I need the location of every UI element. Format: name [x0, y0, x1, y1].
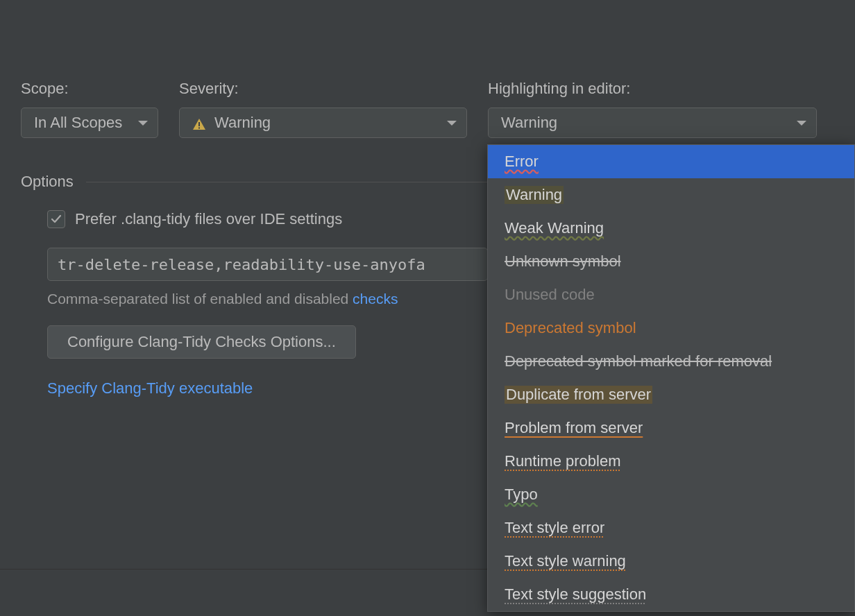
- highlighting-option-label: Text style error: [505, 519, 604, 537]
- highlighting-option-label: Deprecated symbol marked for removal: [505, 352, 772, 370]
- highlighting-option-label: Text style warning: [505, 552, 626, 570]
- configure-checks-label: Configure Clang-Tidy Checks Options...: [67, 333, 336, 351]
- severity-value: Warning: [214, 114, 271, 132]
- highlighting-option-label: Runtime problem: [505, 452, 621, 470]
- highlighting-option[interactable]: Text style suggestion: [488, 578, 854, 611]
- highlighting-option[interactable]: Warning: [488, 178, 854, 212]
- checks-input-value: tr-delete-release,readability-use-anyofa: [58, 256, 425, 273]
- prefer-clang-tidy-label: Prefer .clang-tidy files over IDE settin…: [75, 210, 342, 228]
- highlighting-option-label: Error: [505, 153, 539, 171]
- highlighting-popup: ErrorWarningWeak WarningUnknown symbolUn…: [487, 144, 855, 612]
- highlighting-option[interactable]: Deprecated symbol marked for removal: [488, 345, 854, 378]
- checks-input[interactable]: tr-delete-release,readability-use-anyofa: [47, 248, 488, 281]
- chevron-down-icon: [138, 121, 148, 126]
- highlighting-option-label: Unused code: [505, 286, 595, 304]
- highlighting-option[interactable]: Text style error: [488, 511, 854, 545]
- highlighting-label: Highlighting in editor:: [488, 80, 817, 98]
- highlighting-option[interactable]: Weak Warning: [488, 212, 854, 245]
- warning-icon: [192, 117, 206, 129]
- highlighting-option-label: Unknown symbol: [505, 253, 621, 271]
- highlighting-option[interactable]: Typo: [488, 478, 854, 511]
- highlighting-option[interactable]: Error: [488, 145, 854, 178]
- checks-link[interactable]: checks: [353, 291, 398, 307]
- highlighting-option[interactable]: Deprecated symbol: [488, 311, 854, 345]
- configure-checks-button[interactable]: Configure Clang-Tidy Checks Options...: [47, 325, 356, 359]
- chevron-down-icon: [447, 121, 457, 126]
- highlighting-option-label: Deprecated symbol: [505, 319, 636, 337]
- highlighting-option-label: Warning: [505, 186, 564, 204]
- highlighting-option-label: Duplicate from server: [505, 386, 652, 404]
- highlighting-option-label: Text style suggestion: [505, 585, 646, 604]
- helper-text-prefix: Comma-separated list of enabled and disa…: [47, 291, 353, 307]
- specify-executable-link[interactable]: Specify Clang-Tidy executable: [47, 379, 253, 397]
- options-title: Options: [21, 173, 74, 191]
- chevron-down-icon: [797, 121, 806, 126]
- highlighting-option[interactable]: Unused code: [488, 278, 854, 311]
- highlighting-option[interactable]: Duplicate from server: [488, 378, 854, 411]
- scope-value: In All Scopes: [34, 114, 122, 132]
- severity-dropdown[interactable]: Warning: [179, 108, 467, 138]
- highlighting-option[interactable]: Problem from server: [488, 411, 854, 445]
- highlighting-option[interactable]: Text style warning: [488, 545, 854, 578]
- highlighting-option[interactable]: Runtime problem: [488, 445, 854, 478]
- highlighting-option-label: Problem from server: [505, 419, 643, 437]
- svg-rect-1: [198, 128, 200, 129]
- severity-label: Severity:: [179, 80, 467, 98]
- highlighting-option-label: Typo: [505, 486, 538, 504]
- highlighting-value: Warning: [501, 114, 557, 132]
- svg-rect-0: [198, 122, 200, 126]
- highlighting-option[interactable]: Unknown symbol: [488, 245, 854, 278]
- check-icon: [51, 214, 62, 225]
- scope-dropdown[interactable]: In All Scopes: [21, 108, 158, 138]
- highlighting-dropdown[interactable]: Warning: [488, 108, 817, 138]
- scope-label: Scope:: [21, 80, 158, 98]
- highlighting-option-label: Weak Warning: [505, 219, 604, 237]
- prefer-clang-tidy-checkbox[interactable]: [47, 210, 65, 228]
